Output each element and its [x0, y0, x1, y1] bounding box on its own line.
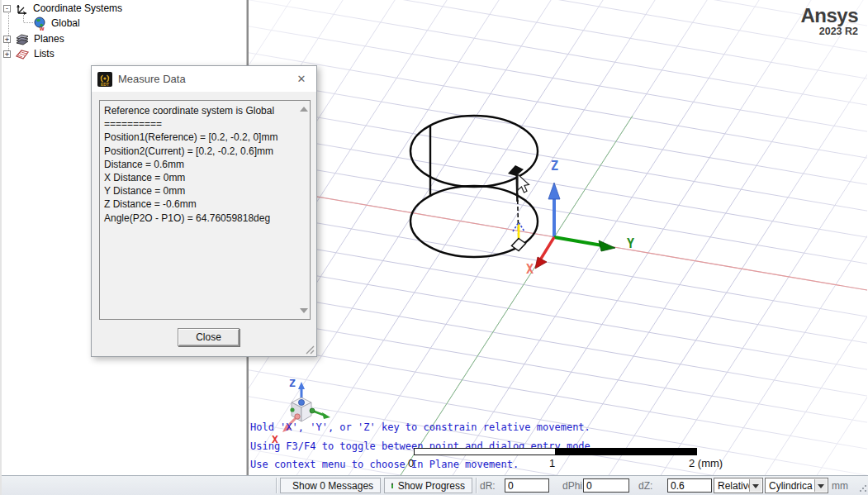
show-progress-button[interactable]: Show Progress	[384, 478, 472, 493]
svg-text:w: w	[39, 26, 45, 31]
measure-line: Position1(Reference) = [0.2, -0.2, 0]mm	[104, 131, 308, 144]
z-axis-label: Z	[551, 159, 558, 174]
mouse-cursor	[518, 174, 529, 193]
dialog-resize-grip[interactable]	[306, 345, 315, 355]
scroll-down-icon[interactable]	[300, 308, 308, 313]
measure-indicator	[508, 165, 529, 251]
expand-icon[interactable]: +	[3, 36, 11, 43]
measure-line: Angle(P2O - P1O) = 64.76059818deg	[104, 212, 308, 225]
planes-icon	[15, 33, 30, 45]
dialog-title-bar[interactable]: EDT Measure Data ✕	[92, 66, 316, 92]
show-progress-label: Show Progress	[398, 480, 465, 492]
measure-line: Reference coordinate system is Global	[104, 104, 308, 117]
ruler-tick-0: 0	[408, 457, 414, 469]
ansys-version: 2023 R2	[800, 26, 858, 37]
modeler-3d-viewport[interactable]: Z Y X Z X Hold 'X', 'Y', or 'Z' key to c…	[247, 0, 867, 475]
tree-connector	[24, 22, 33, 23]
collapse-icon[interactable]: -	[3, 5, 11, 12]
triad-z-label: Z	[289, 377, 296, 389]
coordinate-system-icon	[15, 2, 29, 15]
lists-icon	[15, 48, 30, 60]
ruler-tick-2: 2 (mm)	[689, 457, 723, 469]
chevron-down-icon[interactable]	[749, 479, 761, 492]
tree-item-label: Lists	[34, 48, 55, 59]
dphi-label: dPhi:	[562, 480, 585, 492]
scale-ruler-black-segment	[555, 448, 697, 455]
dr-input[interactable]	[505, 478, 549, 493]
ansys-logo-text: Ansys	[800, 6, 858, 26]
movement-mode-value: Relative	[718, 480, 753, 492]
ruler-tick-1: 1	[549, 457, 555, 469]
y-axis-label: Y	[627, 236, 634, 251]
separator	[476, 478, 477, 493]
units-label: mm	[832, 480, 848, 492]
aedt-modeler-window: - Coordinate Systems w Global +	[0, 0, 868, 495]
dz-label: dZ:	[638, 480, 652, 492]
measure-line: X Distance = 0mm	[104, 171, 308, 184]
dialog-title: Measure Data	[118, 73, 186, 85]
dphi-input[interactable]	[583, 478, 629, 493]
globe-icon: w	[33, 17, 47, 31]
z-axis-arrow	[548, 183, 560, 199]
progress-icon	[391, 482, 393, 489]
tree-item-label: Coordinate Systems	[33, 2, 122, 14]
coordinate-mode-value: Cylindrica	[769, 480, 815, 492]
status-bar: Show 0 Messages Show Progress dR: dPhi: …	[2, 475, 868, 495]
show-messages-button[interactable]: Show 0 Messages	[280, 478, 381, 493]
coordinate-mode-dropdown[interactable]: Cylindrica	[765, 478, 828, 493]
svg-text:EDT: EDT	[101, 82, 109, 87]
expand-icon[interactable]: +	[3, 50, 11, 58]
scale-ruler	[414, 448, 697, 455]
x-axis-label: X	[526, 262, 534, 277]
close-button[interactable]: Close	[178, 328, 240, 346]
measure-line: Distance = 0.6mm	[104, 158, 308, 171]
aedt-app-icon: EDT	[97, 72, 112, 87]
tree-item-planes[interactable]: + Planes	[3, 32, 64, 45]
tree-item-global[interactable]: w Global	[33, 17, 80, 30]
x-axis-arrow	[535, 257, 547, 269]
movement-mode-dropdown[interactable]: Relative	[714, 478, 763, 493]
scroll-up-icon[interactable]	[300, 107, 308, 112]
tree-item-label: Global	[51, 17, 80, 29]
separator	[276, 478, 277, 493]
show-messages-label: Show 0 Messages	[292, 480, 373, 492]
global-cs-axes	[535, 183, 615, 269]
scene-layer	[249, 0, 867, 475]
chevron-down-icon[interactable]	[814, 479, 827, 492]
tree-item-label: Planes	[34, 33, 64, 45]
window-resize-grip[interactable]	[859, 484, 867, 493]
measure-line: Z Distance = -0.6mm	[104, 198, 308, 211]
ansys-logo: Ansys 2023 R2	[800, 6, 858, 37]
tree-item-coordinate-systems[interactable]: - Coordinate Systems	[3, 2, 122, 15]
tree-item-lists[interactable]: + Lists	[3, 47, 55, 60]
dz-input[interactable]	[667, 478, 712, 493]
measure-output-box: Reference coordinate system is Global ==…	[99, 100, 311, 320]
measure-line: Position2(Current) = [0.2, -0.2, 0.6]mm	[104, 145, 308, 158]
dr-label: dR:	[480, 480, 496, 492]
y-axis-arrow	[599, 240, 615, 251]
hint-line: Hold 'X', 'Y', or 'Z' key to constrain r…	[250, 421, 591, 433]
measure-line: ==========	[104, 117, 308, 131]
close-icon[interactable]: ✕	[293, 71, 310, 88]
hint-line: Use context menu to choose In Plane move…	[250, 459, 519, 470]
measure-data-dialog: EDT Measure Data ✕ Reference coordinate …	[91, 65, 317, 357]
measure-line: Y Distance = 0mm	[104, 184, 308, 198]
scrollbar[interactable]	[296, 101, 310, 319]
